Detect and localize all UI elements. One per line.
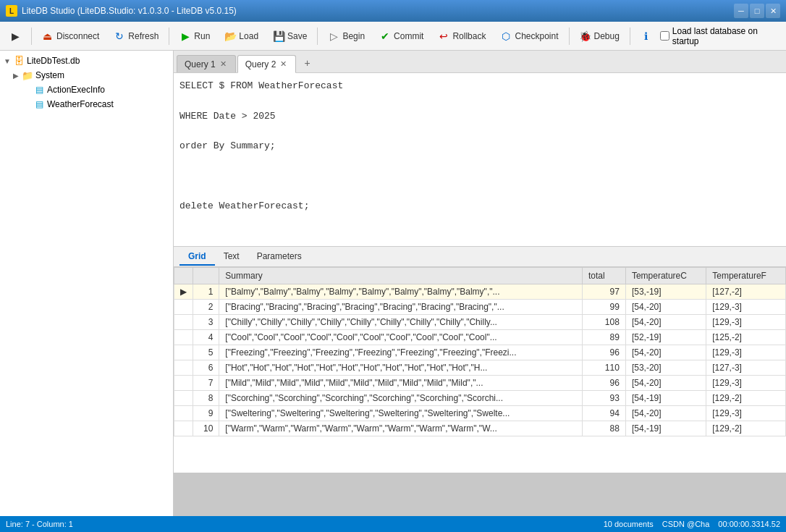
- cell-total: 96: [583, 345, 626, 360]
- run-label: Run: [194, 31, 210, 41]
- table-row[interactable]: 8 ["Scorching","Scorching","Scorching","…: [174, 391, 786, 406]
- cell-tempc: [54,-19]: [625, 391, 706, 406]
- refresh-icon: ↻: [114, 30, 125, 42]
- cell-total: 96: [583, 376, 626, 391]
- row-number: 6: [193, 360, 219, 376]
- cell-tempc: [53,-19]: [625, 284, 706, 300]
- cell-summary: ["Chilly","Chilly","Chilly","Chilly","Ch…: [219, 315, 583, 330]
- cell-summary: ["Freezing","Freezing","Freezing","Freez…: [219, 345, 583, 360]
- action-exec-info-label: ActionExecInfo: [47, 85, 105, 95]
- cell-tempf: [129,-3]: [706, 300, 786, 315]
- weather-forecast-label: WeatherForecast: [47, 99, 114, 109]
- time-display: 00:00:00.3314.52: [718, 520, 780, 528]
- row-number: 10: [193, 421, 219, 436]
- run-button[interactable]: ▶ Run: [173, 25, 216, 47]
- table-row[interactable]: 9 ["Sweltering","Sweltering","Sweltering…: [174, 406, 786, 421]
- table-row[interactable]: 3 ["Chilly","Chilly","Chilly","Chilly","…: [174, 315, 786, 330]
- table-row[interactable]: 4 ["Cool","Cool","Cool","Cool","Cool","C…: [174, 330, 786, 345]
- sidebar-item-system[interactable]: ▶ 📁 System: [0, 68, 173, 83]
- debug-button[interactable]: 🐞 Debug: [572, 25, 625, 47]
- table-row[interactable]: 10 ["Warm","Warm","Warm","Warm","Warm","…: [174, 421, 786, 436]
- table-row[interactable]: ▶ 1 ["Balmy","Balmy","Balmy","Balmy","Ba…: [174, 284, 786, 300]
- refresh-label: Refresh: [128, 31, 159, 41]
- cell-tempf: [129,-3]: [706, 376, 786, 391]
- disconnect-button[interactable]: ⏏ Disconnect: [35, 25, 106, 47]
- debug-icon: 🐞: [579, 30, 591, 42]
- table-row[interactable]: 7 ["Mild","Mild","Mild","Mild","Mild","M…: [174, 376, 786, 391]
- info-icon: ℹ: [641, 30, 652, 42]
- tab-query2-close[interactable]: ✕: [279, 59, 288, 69]
- restore-button[interactable]: □: [750, 4, 764, 18]
- cell-tempf: [125,-2]: [706, 330, 786, 345]
- row-indicator: ▶: [174, 284, 193, 300]
- sidebar-item-db[interactable]: ▼ 🗄 LiteDbTest.db: [0, 54, 173, 68]
- checkpoint-button[interactable]: ⬡ Checkpoint: [494, 25, 565, 47]
- result-tab-grid[interactable]: Grid: [179, 248, 215, 266]
- cell-tempc: [54,-20]: [625, 406, 706, 421]
- tab-query1-close[interactable]: ✕: [219, 59, 228, 69]
- run-mode-icon: ▶: [9, 30, 21, 42]
- cell-tempf: [129,-2]: [706, 391, 786, 406]
- rollback-icon: ↩: [438, 30, 449, 42]
- row-number: 4: [193, 330, 219, 345]
- load-button[interactable]: 📂 Load: [218, 25, 265, 47]
- save-label: Save: [287, 31, 307, 41]
- row-indicator: [174, 300, 193, 315]
- save-button[interactable]: 💾 Save: [266, 25, 313, 47]
- checkpoint-icon: ⬡: [500, 30, 512, 42]
- cell-summary: ["Hot","Hot","Hot","Hot","Hot","Hot","Ho…: [219, 360, 583, 376]
- col-tempc-header: TemperatureC: [625, 268, 706, 284]
- query-editor[interactable]: SELECT $ FROM WeatherForecast WHERE Date…: [174, 73, 786, 247]
- cursor-position: Line: 7 - Column: 1: [6, 520, 73, 528]
- rollback-button[interactable]: ↩ Rollback: [431, 25, 492, 47]
- refresh-button[interactable]: ↻ Refresh: [107, 25, 165, 47]
- begin-icon: ▷: [328, 30, 339, 42]
- tab-query1[interactable]: Query 1 ✕: [177, 55, 236, 72]
- tab-query2-label: Query 2: [245, 59, 276, 69]
- begin-label: Begin: [342, 31, 365, 41]
- tab-query2[interactable]: Query 2 ✕: [237, 55, 297, 73]
- begin-button[interactable]: ▷ Begin: [321, 25, 371, 47]
- cell-total: 88: [583, 421, 626, 436]
- commit-icon: ✔: [379, 30, 391, 42]
- save-icon: 💾: [273, 30, 284, 42]
- cell-tempc: [52,-19]: [625, 330, 706, 345]
- minimize-button[interactable]: ─: [734, 4, 748, 18]
- result-tab-text[interactable]: Text: [215, 248, 248, 266]
- close-button[interactable]: ✕: [766, 4, 780, 18]
- cell-total: 99: [583, 300, 626, 315]
- table-row[interactable]: 5 ["Freezing","Freezing","Freezing","Fre…: [174, 345, 786, 360]
- info-button[interactable]: ℹ: [634, 25, 659, 47]
- col-tempf-header: TemperatureF: [706, 268, 786, 284]
- table-row[interactable]: 2 ["Bracing","Bracing","Bracing","Bracin…: [174, 300, 786, 315]
- col-num-header: [193, 268, 219, 284]
- commit-button[interactable]: ✔ Commit: [373, 25, 430, 47]
- run-icon: ▶: [179, 30, 191, 42]
- status-right: 10 documents CSDN @Cha 00:00:00.3314.52: [604, 520, 780, 528]
- separator-2: [169, 28, 169, 45]
- col-indicator-header: [174, 268, 193, 284]
- row-number: 9: [193, 406, 219, 421]
- cell-tempf: [127,-3]: [706, 360, 786, 376]
- cell-tempc: [54,-19]: [625, 421, 706, 436]
- result-grid[interactable]: Summary total TemperatureC TemperatureF …: [174, 267, 786, 473]
- app-icon: L: [6, 5, 17, 17]
- row-number: 7: [193, 376, 219, 391]
- load-last-checkbox[interactable]: [660, 31, 669, 41]
- load-last-label[interactable]: Load last database on startup: [660, 26, 783, 46]
- cell-total: 93: [583, 391, 626, 406]
- load-last-text: Load last database on startup: [672, 26, 783, 46]
- cell-tempc: [53,-20]: [625, 360, 706, 376]
- tab-add-button[interactable]: +: [297, 54, 316, 72]
- run-mode-button[interactable]: ▶: [3, 25, 28, 47]
- cell-tempf: [129,-3]: [706, 406, 786, 421]
- data-table: Summary total TemperatureC TemperatureF …: [174, 267, 786, 436]
- sidebar-item-weather-forecast[interactable]: ▤ WeatherForecast: [0, 97, 173, 111]
- grid-footer: [174, 473, 786, 516]
- cell-summary: ["Balmy","Balmy","Balmy","Balmy","Balmy"…: [219, 284, 583, 300]
- result-tab-parameters[interactable]: Parameters: [248, 248, 310, 266]
- table-row[interactable]: 6 ["Hot","Hot","Hot","Hot","Hot","Hot","…: [174, 360, 786, 376]
- cell-summary: ["Mild","Mild","Mild","Mild","Mild","Mil…: [219, 376, 583, 391]
- sidebar-item-action-exec-info[interactable]: ▤ ActionExecInfo: [0, 83, 173, 97]
- content-area: Query 1 ✕ Query 2 ✕ + SELECT $ FROM Weat…: [174, 51, 786, 516]
